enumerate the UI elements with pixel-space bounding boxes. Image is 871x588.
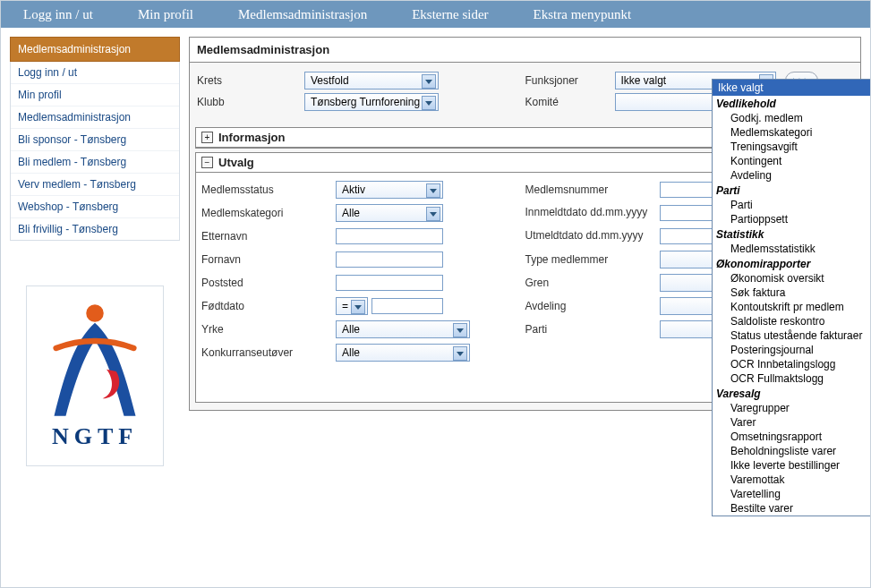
label-medlemsstatus: Medlemsstatus [201,183,336,196]
label-type-medlemmer: Type medlemmer [525,253,660,266]
label-innmeldtdato: Innmeldtdato dd.mm.yyyy [525,207,660,218]
dropdown-option[interactable]: Status utestående fakturaer [713,328,871,343]
dropdown-option[interactable]: Varer [713,415,871,430]
expand-icon: + [201,132,213,143]
sidebar-item-members[interactable]: Medlemsadministrasjon [11,106,179,128]
select-klubb[interactable]: Tønsberg Turnforening [304,93,439,111]
dropdown-option[interactable]: Søk faktura [713,285,871,300]
label-klubb: Klubb [197,96,304,108]
page-title: Medlemsadministrasjon [190,38,860,63]
sidebar-item-webshop[interactable]: Webshop - Tønsberg [11,195,179,217]
label-yrke: Yrke [201,323,336,336]
dropdown-option[interactable]: Økonomisk oversikt [713,271,871,285]
select-krets[interactable]: Vestfold [304,72,439,89]
input-fornavn[interactable] [336,251,443,268]
dropdown-option[interactable]: Treningsavgift [713,140,871,154]
label-komite: Komité [525,96,615,108]
sidebar-item-login[interactable]: Logg inn / ut [11,62,179,83]
dropdown-option[interactable]: Varetelling [713,487,871,501]
select-fodtdato-op[interactable]: = [336,297,368,315]
label-gren: Gren [525,277,660,289]
svg-point-0 [86,304,104,322]
dropdown-option[interactable]: Varegrupper [713,401,871,415]
dropdown-option-selected[interactable]: Ikke valgt [713,80,871,96]
label-avdeling: Avdeling [525,300,660,312]
nav-profile[interactable]: Min profil [115,7,216,22]
nav-external[interactable]: Eksterne sider [389,7,510,22]
section-informasjon-title: Informasjon [218,131,285,144]
nav-login[interactable]: Logg inn / ut [1,7,115,22]
dropdown-option[interactable]: Beholdningsliste varer [713,444,871,458]
input-fodtdato[interactable] [371,298,443,314]
collapse-icon: − [201,157,213,168]
input-poststed[interactable] [336,275,443,291]
sidebar-list: Logg inn / ut Min profil Medlemsadminist… [10,62,180,241]
label-fornavn: Fornavn [201,253,336,266]
dropdown-option[interactable]: Saldoliste reskontro [713,314,871,328]
nav-extra[interactable]: Ekstra menypunkt [511,7,654,22]
sidebar-item-frivillig[interactable]: Bli frivillig - Tønsberg [11,217,179,240]
dropdown-group: Vedlikehold [713,96,871,111]
dropdown-option[interactable]: Varemottak [713,473,871,487]
sidebar-item-sponsor[interactable]: Bli sponsor - Tønsberg [11,128,179,150]
label-krets: Krets [197,74,304,87]
utvalg-left-column: MedlemsstatusAktiv MedlemskategoriAlle E… [201,176,525,393]
funksjoner-dropdown[interactable]: Ikke valgtVedlikeholdGodkj. medlemMedlem… [712,79,871,516]
dropdown-option[interactable]: Medlemskategori [713,125,871,140]
dropdown-group: Økonomirapporter [713,256,871,271]
dropdown-group: Varesalg [713,386,871,401]
label-konkurranse: Konkurranseutøver [201,346,336,359]
main-area: Medlemsadministrasjon Krets Vestfold Klu… [189,28,870,587]
select-konkurranse[interactable]: Alle [336,344,470,362]
logo-label: NGTF [52,423,138,450]
dropdown-option[interactable]: Parti [713,198,871,212]
dropdown-option[interactable]: Medlemsstatistikk [713,242,871,256]
logo: NGTF [26,285,164,466]
dropdown-option[interactable]: OCR Fullmaktslogg [713,371,871,386]
sidebar-item-verv[interactable]: Verv medlem - Tønsberg [11,173,179,195]
sidebar-title: Medlemsadministrasjon [10,37,180,62]
app-window: Logg inn / ut Min profil Medlemsadminist… [0,0,871,588]
nav-members[interactable]: Medlemsadministrasjon [216,7,389,22]
label-utmeldtdato: Utmeldtdato dd.mm.yyyy [525,230,660,242]
dropdown-option[interactable]: Omsetningsrapport [713,430,871,444]
label-medlemsnummer: Medlemsnummer [525,183,660,196]
label-etternavn: Etternavn [201,230,336,243]
label-parti: Parti [525,323,660,336]
top-nav: Logg inn / ut Min profil Medlemsadminist… [1,1,870,28]
label-fodtdato: Fødtdato [201,300,336,312]
select-medlemskategori[interactable]: Alle [336,204,443,222]
dropdown-option[interactable]: Partioppsett [713,212,871,226]
section-utvalg-title: Utvalg [218,156,254,169]
label-medlemskategori: Medlemskategori [201,207,336,219]
dropdown-option[interactable]: Kontingent [713,154,871,168]
dropdown-option[interactable]: Posteringsjournal [713,343,871,357]
dropdown-option[interactable]: Bestilte varer [713,501,871,516]
sidebar: Medlemsadministrasjon Logg inn / ut Min … [1,28,189,587]
sidebar-item-profile[interactable]: Min profil [11,83,179,106]
sidebar-item-medlem[interactable]: Bli medlem - Tønsberg [11,150,179,173]
label-poststed: Poststed [201,277,336,289]
dropdown-group: Parti [713,183,871,198]
dropdown-option[interactable]: Kontoutskrift pr medlem [713,300,871,314]
dropdown-group: Statistikk [713,226,871,242]
dropdown-option[interactable]: Godkj. medlem [713,111,871,125]
dropdown-option[interactable]: OCR Innbetalingslogg [713,357,871,371]
select-yrke[interactable]: Alle [336,320,470,338]
dropdown-option[interactable]: Ikke leverte bestillinger [713,458,871,473]
label-funksjoner: Funksjoner [525,74,615,87]
dropdown-option[interactable]: Avdeling [713,168,871,183]
select-medlemsstatus[interactable]: Aktiv [336,181,443,199]
logo-icon [46,302,144,418]
input-etternavn[interactable] [336,228,443,244]
